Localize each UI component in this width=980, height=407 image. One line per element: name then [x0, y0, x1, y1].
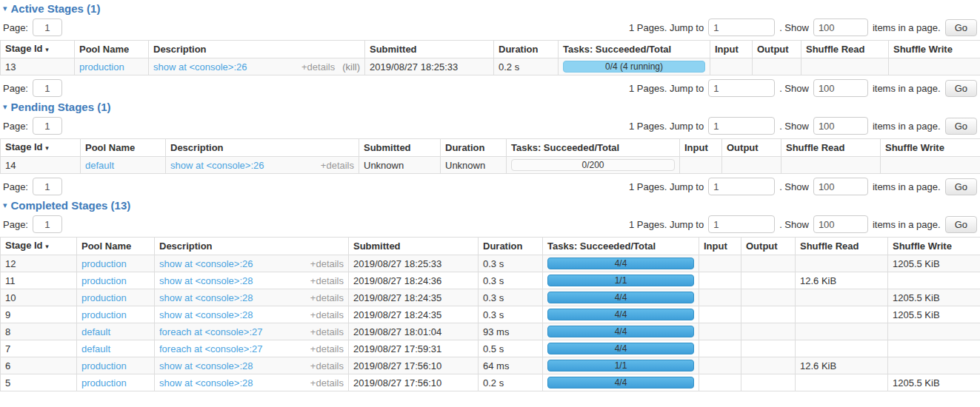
tasks-progress-bar: 4/4	[547, 309, 694, 320]
col-header-duration[interactable]: Duration	[441, 139, 507, 157]
go-button[interactable]: Go	[945, 80, 977, 97]
description-link[interactable]: show at <console>:28	[159, 360, 253, 371]
col-header-description[interactable]: Description	[155, 238, 349, 255]
col-header-tasks[interactable]: Tasks: Succeeded/Total	[507, 139, 680, 157]
col-header-input[interactable]: Input	[699, 238, 741, 255]
description-link[interactable]: foreach at <console>:27	[159, 343, 263, 354]
input-cell	[699, 289, 741, 306]
section-title-completed[interactable]: ▾ Completed Stages (13)	[3, 199, 980, 212]
description-link[interactable]: show at <console>:28	[159, 377, 253, 388]
section-title-pending[interactable]: ▾ Pending Stages (1)	[3, 101, 980, 113]
description-link[interactable]: show at <console>:28	[159, 292, 253, 303]
jump-to-input[interactable]	[708, 178, 775, 195]
details-toggle[interactable]: +details	[310, 309, 344, 320]
tasks-cell: 4/4	[543, 340, 699, 357]
pool-name-link[interactable]: production	[81, 258, 127, 269]
description-link[interactable]: show at <console>:26	[153, 61, 247, 73]
details-toggle[interactable]: +details	[301, 61, 335, 73]
tasks-cell: 1/1	[543, 272, 699, 289]
show-count-input[interactable]	[813, 117, 868, 135]
shuffle-write-cell: 1205.5 KiB	[888, 289, 980, 306]
jump-to-input[interactable]	[708, 18, 775, 36]
description-link[interactable]: show at <console>:26	[170, 160, 264, 171]
page-number-input[interactable]	[33, 79, 62, 97]
sort-desc-icon: ▾	[45, 243, 49, 250]
col-header-submitted[interactable]: Submitted	[365, 41, 494, 58]
pool-name-link[interactable]: production	[81, 292, 127, 303]
col-header-stage-id[interactable]: Stage Id ▾	[1, 139, 81, 157]
show-count-input[interactable]	[813, 18, 868, 36]
col-header-input[interactable]: Input	[680, 139, 722, 157]
show-count-input[interactable]	[813, 215, 868, 233]
pool-name-link[interactable]: default	[81, 326, 110, 337]
show-text: . Show	[779, 83, 809, 94]
progress-label: 0/200	[512, 160, 674, 170]
col-header-duration[interactable]: Duration	[494, 41, 559, 58]
col-header-shuffle-write[interactable]: Shuffle Write	[881, 139, 980, 157]
col-header-stage-id[interactable]: Stage Id ▾	[1, 41, 75, 58]
description-link[interactable]: show at <console>:28	[159, 309, 253, 320]
col-header-submitted[interactable]: Submitted	[359, 139, 441, 157]
jump-to-input[interactable]	[708, 79, 775, 97]
details-toggle[interactable]: +details	[310, 292, 344, 303]
col-header-tasks[interactable]: Tasks: Succeeded/Total	[543, 238, 699, 255]
shuffle-read-cell	[781, 157, 881, 174]
output-cell	[722, 157, 781, 174]
output-cell	[741, 323, 796, 340]
pool-name-link[interactable]: production	[81, 377, 127, 388]
go-button[interactable]: Go	[945, 19, 977, 36]
col-header-description[interactable]: Description	[166, 139, 359, 157]
duration-cell: 0.2 s	[494, 58, 559, 75]
go-button[interactable]: Go	[945, 118, 977, 135]
details-toggle[interactable]: +details	[310, 377, 344, 388]
col-header-input[interactable]: Input	[710, 41, 753, 58]
go-button[interactable]: Go	[945, 216, 977, 233]
page-number-input[interactable]	[33, 178, 62, 195]
details-toggle[interactable]: +details	[321, 160, 354, 171]
description-link[interactable]: show at <console>:26	[159, 258, 253, 269]
details-toggle[interactable]: +details	[310, 275, 344, 286]
details-toggle[interactable]: +details	[310, 360, 344, 371]
col-header-pool-name[interactable]: Pool Name	[81, 139, 166, 157]
col-header-output[interactable]: Output	[722, 139, 781, 157]
pool-name-link[interactable]: production	[79, 61, 124, 73]
col-header-shuffle-read[interactable]: Shuffle Read	[796, 238, 888, 255]
submitted-cell: 2019/08/27 18:24:36	[349, 272, 479, 289]
col-header-shuffle-read[interactable]: Shuffle Read	[781, 139, 881, 157]
col-header-shuffle-write[interactable]: Shuffle Write	[888, 238, 980, 255]
show-count-input[interactable]	[813, 79, 868, 97]
col-header-output[interactable]: Output	[753, 41, 801, 58]
pool-name-link[interactable]: production	[81, 275, 127, 286]
col-header-description[interactable]: Description	[149, 41, 365, 58]
show-count-input[interactable]	[813, 178, 868, 195]
page-number-input[interactable]	[33, 215, 62, 233]
show-text: . Show	[779, 181, 809, 192]
col-header-pool-name[interactable]: Pool Name	[75, 41, 149, 58]
pool-name-link[interactable]: default	[85, 160, 114, 171]
kill-link[interactable]: (kill)	[342, 61, 360, 73]
col-header-stage-id[interactable]: Stage Id ▾	[1, 238, 77, 255]
pagination-row-pending-top: Page: 1 Pages. Jump to . Show items in a…	[0, 117, 980, 135]
description-link[interactable]: show at <console>:28	[159, 275, 253, 286]
pool-name-link[interactable]: production	[81, 309, 127, 320]
pool-name-link[interactable]: default	[81, 343, 110, 354]
section-title-active[interactable]: ▾ Active Stages (1)	[3, 2, 980, 15]
col-header-shuffle-read[interactable]: Shuffle Read	[801, 41, 889, 58]
col-header-tasks[interactable]: Tasks: Succeeded/Total	[559, 41, 710, 58]
col-header-submitted[interactable]: Submitted	[349, 238, 479, 255]
items-text: items in a page.	[873, 219, 941, 230]
description-link[interactable]: foreach at <console>:27	[159, 326, 263, 337]
col-header-shuffle-write[interactable]: Shuffle Write	[889, 41, 980, 58]
details-toggle[interactable]: +details	[310, 258, 344, 269]
page-number-input[interactable]	[33, 117, 62, 135]
details-toggle[interactable]: +details	[310, 326, 344, 337]
col-header-duration[interactable]: Duration	[479, 238, 543, 255]
jump-to-input[interactable]	[708, 117, 775, 135]
col-header-pool-name[interactable]: Pool Name	[77, 238, 155, 255]
page-number-input[interactable]	[33, 18, 62, 36]
details-toggle[interactable]: +details	[310, 343, 344, 354]
col-header-output[interactable]: Output	[741, 238, 796, 255]
go-button[interactable]: Go	[945, 178, 977, 195]
jump-to-input[interactable]	[708, 215, 775, 233]
pool-name-link[interactable]: production	[81, 360, 127, 371]
